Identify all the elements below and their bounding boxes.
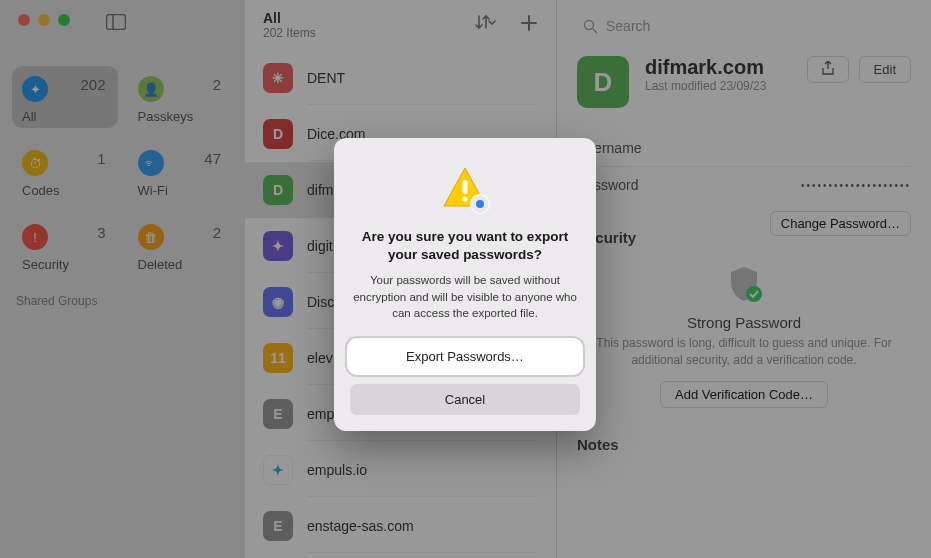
warning-passwords-icon [438, 162, 492, 216]
cancel-button[interactable]: Cancel [350, 384, 580, 415]
svg-point-6 [462, 196, 467, 201]
export-passwords-dialog: Are you sure you want to export your sav… [334, 138, 596, 431]
svg-rect-5 [463, 180, 468, 194]
export-passwords-button[interactable]: Export Passwords… [350, 341, 580, 372]
dialog-body: Your passwords will be saved without enc… [350, 264, 580, 334]
dialog-title: Are you sure you want to export your sav… [350, 228, 580, 264]
